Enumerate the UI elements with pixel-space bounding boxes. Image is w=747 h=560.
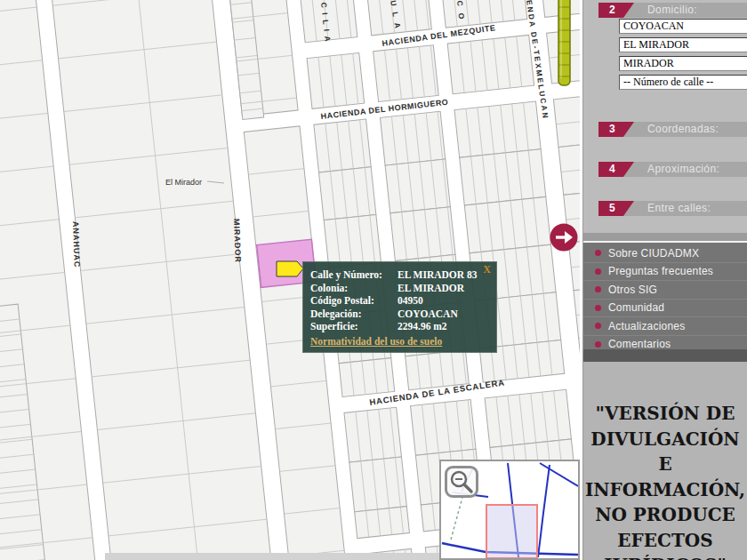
link-sobre-ciudadmx[interactable]: Sobre CIUDADMX	[583, 244, 747, 262]
section-header-aproximacion: 4 Aproximación:	[598, 162, 747, 177]
section-number-badge: 3	[598, 122, 634, 137]
link-otros-sig[interactable]: Otros SIG	[583, 280, 747, 299]
section-header-entre-calles: 5 Entre calles:	[598, 201, 747, 216]
section-label: Coordenadas:	[647, 122, 747, 137]
parcel-info-tooltip: X Calle y Número: EL MIRADOR 83 Colonia:…	[302, 261, 497, 353]
parcel-marker-tag[interactable]	[277, 261, 303, 276]
disclaimer-text: "VERSIÓN DE DIVULGACIÓN E INFORMACIÓN, N…	[583, 401, 747, 560]
calle-select[interactable]: MIRADOR	[619, 56, 747, 71]
link-label: Otros SIG	[608, 284, 657, 296]
link-label: Comunidad	[608, 301, 664, 314]
bullet-icon	[595, 286, 601, 292]
tooltip-row-value: EL MIRADOR	[398, 282, 464, 295]
tooltip-row-value: 2294.96 m2	[398, 320, 447, 333]
collapse-panel-button[interactable]	[550, 223, 578, 252]
link-comunidad[interactable]: Comunidad	[583, 299, 747, 317]
land-use-link[interactable]: Normatividad del uso de suelo	[310, 336, 442, 347]
tooltip-row: Delegación: COYOACAN	[310, 308, 489, 321]
link-actualizaciones[interactable]: Actualizaciones	[583, 316, 747, 335]
link-label: Actualizaciones	[608, 320, 685, 332]
magnifier-minus-icon	[447, 468, 476, 495]
bullet-icon	[595, 305, 601, 311]
tooltip-row-label: Calle y Número:	[310, 268, 398, 282]
tooltip-row-label: Delegación:	[310, 308, 398, 321]
place-label-el-mirador: El Mirador	[165, 178, 202, 187]
section-number-badge: 5	[598, 201, 634, 216]
bullet-icon	[595, 250, 601, 256]
tooltip-row-label: Colonia:	[310, 282, 398, 295]
disclaimer-panel: "VERSIÓN DE DIVULGACIÓN E INFORMACIÓN, N…	[583, 362, 747, 560]
link-preguntas-frecuentes[interactable]: Preguntas frecuentes	[583, 262, 747, 281]
minimap-extent-rect[interactable]	[486, 505, 537, 558]
section-label: Domicilio:	[647, 3, 747, 18]
search-sidebar: 2 Domicilio: COYOACAN EL MIRADOR MIRADOR…	[582, 0, 747, 560]
tooltip-row: Colonia: EL MIRADOR	[310, 282, 489, 295]
footer-links-panel: Sobre CIUDADMX Preguntas frecuentes Otro…	[583, 243, 747, 349]
section-header-domicilio: 2 Domicilio:	[598, 3, 747, 18]
tooltip-row-label: Código Postal:	[310, 294, 398, 308]
link-label: Preguntas frecuentes	[608, 265, 713, 277]
map-canvas[interactable]: HACIENDA DEL MEZQUITE HACIENDA DEL HORMI…	[0, 0, 580, 560]
section-label: Aproximación:	[647, 162, 747, 177]
tooltip-row: Superficie: 2294.96 m2	[310, 320, 489, 333]
tooltip-row-value: 04950	[398, 294, 423, 308]
numero-select[interactable]: -- Número de calle --	[619, 75, 747, 90]
section-label: Entre calles:	[647, 201, 747, 216]
panel-divider	[583, 233, 747, 241]
tooltip-row: Código Postal: 04950	[310, 294, 489, 308]
section-number-badge: 4	[598, 162, 634, 177]
tooltip-row: Calle y Número: EL MIRADOR 83	[310, 268, 489, 282]
tooltip-row-label: Superficie:	[310, 320, 398, 333]
tooltip-close-button[interactable]: X	[483, 263, 491, 276]
bullet-icon	[595, 341, 601, 348]
street-label-anahuac: ANAHUAC	[71, 221, 82, 268]
tooltip-row-value: COYOACAN	[398, 308, 458, 321]
panel-divider-dark	[583, 349, 747, 362]
tooltip-row-value: EL MIRADOR 83	[398, 268, 477, 282]
section-number-badge: 2	[598, 3, 634, 18]
zoom-out-button[interactable]	[445, 466, 478, 498]
street-label-mirador: MIRADOR	[232, 219, 243, 263]
bullet-icon	[595, 268, 601, 275]
link-label: Sobre CIUDADMX	[608, 247, 699, 260]
ciudadmx-sig-app: { "map": { "street_labels": { "mezquite"…	[0, 0, 747, 560]
zoom-level-bar[interactable]	[558, 0, 570, 85]
colonia-select[interactable]: EL MIRADOR	[619, 37, 747, 52]
overview-minimap[interactable]	[439, 460, 580, 560]
delegacion-select[interactable]: COYOACAN	[619, 19, 747, 34]
section-header-coordenadas: 3 Coordenadas:	[598, 122, 747, 137]
bullet-icon	[595, 323, 601, 329]
